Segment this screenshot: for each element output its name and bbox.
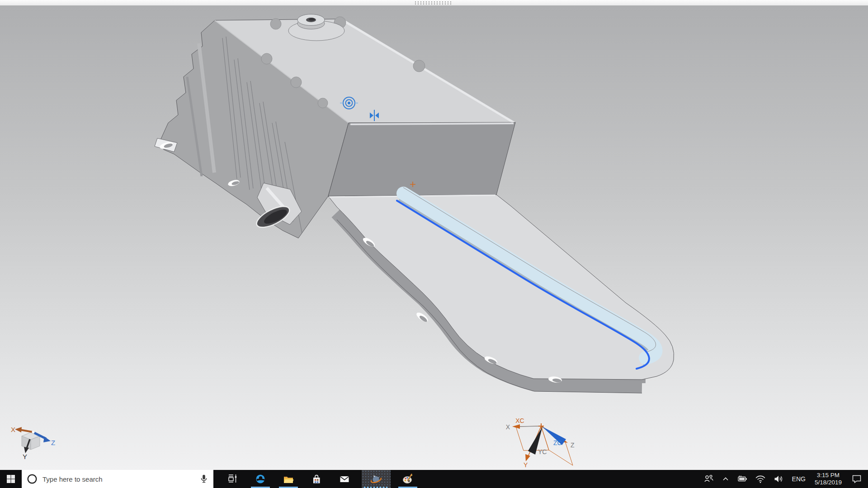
- wcs-z-label: Z: [571, 441, 575, 449]
- mail-button[interactable]: [334, 470, 355, 488]
- edge-icon: [254, 473, 267, 485]
- wcs-y-label: Y: [524, 461, 528, 469]
- people-icon: [703, 473, 715, 485]
- windows-logo-icon: [6, 474, 15, 483]
- task-view-button[interactable]: [222, 470, 243, 488]
- wcs-zc-label: ZC: [553, 439, 562, 446]
- front-top-chamfer: [350, 123, 514, 124]
- action-center-icon: [851, 473, 863, 485]
- wifi-icon: [755, 473, 766, 485]
- search-input[interactable]: [42, 475, 198, 483]
- store-icon: [310, 473, 323, 485]
- file-explorer-icon: [282, 473, 295, 485]
- system-tray: ENG 3:15 PM 5/18/2019: [700, 470, 868, 488]
- triad-x-label: X: [11, 426, 15, 433]
- search-box[interactable]: [22, 470, 213, 488]
- volume-button[interactable]: [769, 470, 788, 488]
- clock-time: 3:15 PM: [815, 472, 842, 479]
- start-button[interactable]: [0, 470, 22, 488]
- clock-date: 5/18/2019: [815, 479, 842, 486]
- triad-y-label: Y: [23, 453, 27, 460]
- wcs-yc-label: YC: [538, 448, 547, 455]
- battery-charging-icon: [736, 473, 748, 485]
- microphone-icon[interactable]: [198, 473, 210, 485]
- taskbar: ENG 3:15 PM 5/18/2019: [0, 470, 868, 488]
- language-label: ENG: [792, 475, 806, 483]
- edge-button[interactable]: [250, 470, 271, 488]
- clock[interactable]: 3:15 PM 5/18/2019: [810, 472, 846, 486]
- active-running-indicator: [363, 486, 389, 488]
- paint3d-button[interactable]: [397, 470, 419, 488]
- language-indicator[interactable]: ENG: [788, 470, 810, 488]
- cad-viewport[interactable]: X Z Y XC X ZC Z YC Y: [0, 5, 868, 470]
- file-explorer-button[interactable]: [278, 470, 299, 488]
- nx-app-button[interactable]: [362, 470, 391, 488]
- wcs-xc-label: XC: [515, 417, 524, 424]
- triad-z-label: Z: [51, 439, 55, 446]
- people-button[interactable]: [700, 470, 718, 488]
- paint3d-icon: [401, 473, 414, 485]
- task-view-icon: [226, 473, 238, 485]
- mail-icon: [338, 473, 351, 485]
- store-button[interactable]: [306, 470, 327, 488]
- ribbon-grip-icon[interactable]: [414, 1, 453, 5]
- nx-icon: [370, 473, 382, 485]
- desktop: X Z Y XC X ZC Z YC Y: [0, 0, 868, 488]
- chevron-up-icon: [721, 474, 730, 483]
- cortana-icon: [26, 473, 38, 485]
- wcs-x-label: X: [506, 423, 510, 431]
- battery-button[interactable]: [733, 470, 751, 488]
- wcs-x-axis[interactable]: [518, 426, 541, 427]
- wifi-button[interactable]: [751, 470, 769, 488]
- volume-icon: [773, 473, 784, 485]
- action-center-button[interactable]: [846, 470, 868, 488]
- hidden-icons-button[interactable]: [718, 470, 733, 488]
- sump-front-face[interactable]: [328, 122, 515, 196]
